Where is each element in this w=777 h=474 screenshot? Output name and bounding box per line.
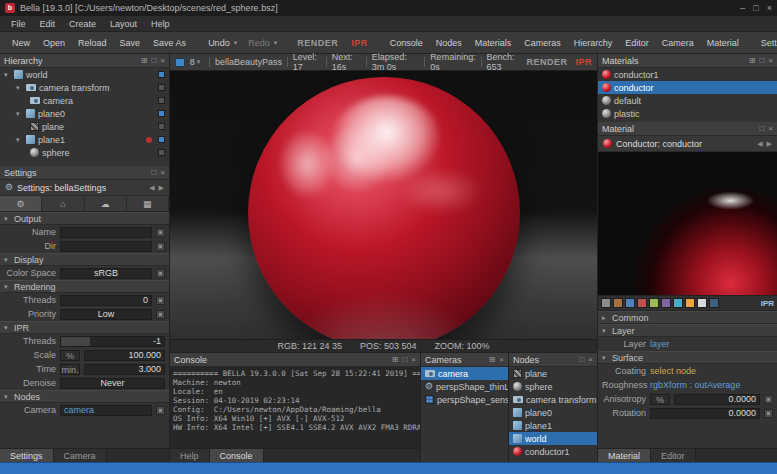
reload-button[interactable]: Reload [72, 36, 113, 50]
material-panel-button[interactable]: Material [701, 36, 745, 50]
section-rendering[interactable]: ▾ Rendering [0, 280, 169, 293]
section-layer[interactable]: ▾ Layer [598, 324, 777, 337]
section-surface[interactable]: ▾ Surface [598, 351, 777, 364]
twisty-icon[interactable]: ▾ [16, 136, 23, 144]
ipr-button[interactable]: IPR [345, 36, 374, 50]
panel-float-icon[interactable]: □ [759, 57, 764, 65]
settings-node-row[interactable]: ⚙ Settings: bellaSettings ◀ ▶ [0, 180, 169, 196]
tab-console[interactable]: Console [210, 449, 264, 462]
tab-material[interactable]: Material [598, 449, 651, 462]
tab-environment[interactable]: ⌂ [42, 196, 84, 211]
materials-panel-header[interactable]: Materials ⊞ □ × [598, 54, 777, 68]
minimize-icon[interactable]: – [740, 3, 745, 13]
maximize-icon[interactable]: □ [753, 3, 758, 13]
texture-swatch[interactable] [685, 298, 695, 308]
node-list-item[interactable]: sphere [509, 380, 597, 393]
open-button[interactable]: Open [37, 36, 71, 50]
tab-cloud[interactable]: ☁ [85, 196, 127, 211]
color-space-dropdown[interactable]: sRGB [60, 268, 152, 279]
nodes-panel-button[interactable]: Nodes [430, 36, 468, 50]
visibility-checkbox[interactable] [158, 110, 165, 117]
material-preview[interactable] [598, 152, 777, 296]
camera-node-link[interactable]: camera [64, 405, 94, 415]
texture-swatch[interactable] [649, 298, 659, 308]
priority-dropdown[interactable]: Low [60, 309, 152, 320]
texture-swatch[interactable] [637, 298, 647, 308]
tree-item-camera[interactable]: camera [0, 94, 169, 107]
twisty-icon[interactable]: ▾ [16, 110, 23, 118]
rotation-input[interactable]: 0.0000 [650, 408, 760, 419]
menu-help[interactable]: Help [144, 18, 177, 30]
render-viewport[interactable] [170, 71, 597, 339]
roughness-node-link[interactable]: rgbXform : outAverage [650, 380, 740, 390]
visibility-checkbox[interactable] [158, 84, 165, 91]
panel-float-icon[interactable]: □ [759, 125, 764, 133]
panel-grid-icon[interactable]: ⊞ [749, 57, 756, 65]
camera-list-item[interactable]: ⚙ perspShape_thinLens [421, 380, 508, 393]
panel-grid-icon[interactable]: ⊞ [489, 356, 496, 364]
connect-button[interactable] [764, 395, 773, 404]
menu-create[interactable]: Create [62, 18, 103, 30]
cameras-panel-button[interactable]: Cameras [518, 36, 567, 50]
tree-item-camera-transform[interactable]: ▾ camera transform [0, 81, 169, 94]
pass-name[interactable]: bellaBeautyPass [215, 57, 282, 67]
display-icon[interactable] [175, 58, 185, 67]
settings-panel-button[interactable]: Settings [755, 36, 777, 50]
render-button[interactable]: RENDER [291, 36, 344, 50]
texture-swatch[interactable] [625, 298, 635, 308]
material-list-item[interactable]: plastic [598, 107, 777, 120]
twisty-icon[interactable]: ▾ [4, 71, 11, 79]
visibility-checkbox[interactable] [158, 97, 165, 104]
section-nodes[interactable]: ▾ Nodes [0, 390, 169, 403]
save-button[interactable]: Save [114, 36, 147, 50]
panel-close-icon[interactable]: × [160, 57, 165, 65]
connect-button[interactable] [764, 409, 773, 418]
node-list-item[interactable]: plane0 [509, 406, 597, 419]
tab-advanced[interactable]: ▦ [127, 196, 169, 211]
panel-grid-icon[interactable]: ⊞ [141, 57, 148, 65]
redo-button[interactable]: Redo [242, 36, 276, 50]
section-display[interactable]: ▾ Display [0, 253, 169, 266]
titlebar[interactable]: b Bella [19.3.0] [C:/Users/newton/Deskto… [0, 0, 777, 16]
cameras-panel-header[interactable]: Cameras ⊞ × [421, 353, 508, 367]
dir-input[interactable] [60, 241, 152, 252]
name-input[interactable] [60, 227, 152, 238]
tree-item-plane[interactable]: plane [0, 120, 169, 133]
visibility-checkbox[interactable] [158, 123, 165, 130]
nav-forward-icon[interactable]: ▶ [767, 140, 772, 148]
console-panel-header[interactable]: Console ⊞ □ × [170, 353, 420, 367]
panel-close-icon[interactable]: × [768, 57, 773, 65]
material-list-item[interactable]: conductor1 [598, 68, 777, 81]
twisty-icon[interactable]: ▾ [16, 84, 23, 92]
threads-input[interactable]: 0 [60, 295, 152, 306]
panel-float-icon[interactable]: □ [579, 356, 584, 364]
time-input[interactable]: 3.000 [84, 364, 165, 375]
tree-item-world[interactable]: ▾ world [0, 68, 169, 81]
ipr-threads-slider[interactable]: -1 [60, 336, 165, 347]
node-list-item[interactable]: conductor1 [509, 445, 597, 458]
scale-input[interactable]: 100.000 [84, 350, 165, 361]
panel-float-icon[interactable]: □ [402, 356, 407, 364]
denoise-dropdown[interactable]: Never [60, 378, 165, 389]
save-as-button[interactable]: Save As [147, 36, 192, 50]
frame-number[interactable]: 8 [190, 57, 195, 67]
coating-select-link[interactable]: select node [650, 366, 696, 376]
editor-panel-button[interactable]: Editor [619, 36, 655, 50]
texture-swatch[interactable] [697, 298, 707, 308]
connect-button[interactable] [156, 228, 165, 237]
panel-close-icon[interactable]: × [499, 356, 504, 364]
tab-help[interactable]: Help [170, 449, 210, 462]
menu-edit[interactable]: Edit [33, 18, 63, 30]
tab-editor[interactable]: Editor [651, 449, 696, 462]
section-output[interactable]: ▾ Output [0, 212, 169, 225]
layer-node-link[interactable]: layer [650, 339, 670, 349]
connect-button[interactable] [156, 310, 165, 319]
texture-swatch[interactable] [673, 298, 683, 308]
section-ipr[interactable]: ▾ IPR [0, 321, 169, 334]
connect-button[interactable] [156, 406, 165, 415]
material-panel-header[interactable]: Material □ × [598, 122, 777, 136]
tab-general-settings[interactable]: ⚙ [0, 196, 42, 211]
panel-grid-icon[interactable]: ⊞ [392, 356, 399, 364]
texture-swatch[interactable] [661, 298, 671, 308]
node-list-item[interactable]: camera transform [509, 393, 597, 406]
